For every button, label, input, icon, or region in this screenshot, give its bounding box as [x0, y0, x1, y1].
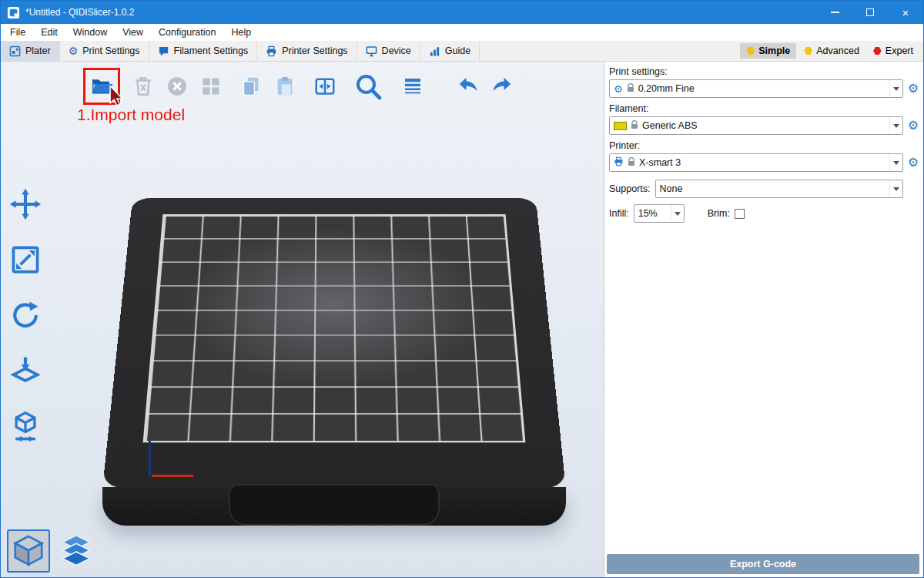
- maximize-icon: [866, 8, 874, 16]
- guide-icon: [429, 45, 440, 57]
- maximize-button[interactable]: [852, 1, 888, 24]
- mode-simple[interactable]: Simple: [740, 43, 796, 59]
- arrange-icon: [199, 75, 223, 98]
- move-button[interactable]: [4, 185, 47, 223]
- window-title: *Untitled - QIDISlicer-1.0.2: [25, 7, 134, 18]
- plater-icon: [9, 45, 21, 57]
- gear-icon: ⚙: [69, 45, 79, 56]
- chevron-down-icon: [889, 80, 902, 97]
- lock-icon: [627, 83, 634, 95]
- minimize-button[interactable]: [817, 1, 852, 24]
- delete-icon: [132, 75, 155, 98]
- infill-combo[interactable]: 15%: [634, 204, 685, 223]
- place-on-face-icon: [8, 354, 42, 388]
- mode-label: Expert: [886, 45, 913, 56]
- menu-window[interactable]: Window: [65, 24, 115, 41]
- preview-view-button[interactable]: [55, 529, 98, 573]
- supports-value: None: [660, 183, 683, 194]
- search-button[interactable]: [350, 69, 386, 103]
- edit-printer-button[interactable]: ⚙: [906, 156, 920, 169]
- tab-guide[interactable]: Guide: [420, 41, 480, 61]
- printer-label: Printer:: [609, 140, 920, 151]
- export-gcode-button[interactable]: Export G-code: [607, 554, 919, 574]
- mode-expert[interactable]: Expert: [867, 43, 919, 59]
- scale-icon: [8, 243, 42, 277]
- 3d-editor-view-button[interactable]: [7, 529, 50, 573]
- chevron-down-icon: [889, 117, 902, 134]
- chevron-down-icon: [889, 154, 902, 171]
- tab-label: Plater: [25, 45, 51, 56]
- tab-filament-settings[interactable]: Filament Settings: [149, 41, 258, 61]
- supports-combo[interactable]: None: [655, 180, 903, 198]
- redo-icon: [490, 75, 514, 98]
- move-icon: [8, 187, 42, 221]
- brim-checkbox[interactable]: [735, 209, 745, 219]
- delete-button[interactable]: [129, 72, 158, 101]
- printer-value: X-smart 3: [639, 157, 681, 168]
- layers-icon: [401, 75, 424, 98]
- device-icon: [366, 45, 377, 57]
- menu-configuration[interactable]: Configuration: [151, 24, 223, 41]
- split-to-objects-button[interactable]: [310, 72, 340, 101]
- menubar: File Edit Window View Configuration Help: [1, 24, 923, 41]
- infill-label: Infill:: [609, 208, 629, 219]
- variable-layer-height-button[interactable]: [398, 72, 427, 101]
- delete-all-button[interactable]: [162, 72, 192, 101]
- mode-label: Advanced: [816, 45, 859, 56]
- minimize-icon: [831, 12, 839, 13]
- filament-combo[interactable]: Generic ABS: [609, 116, 903, 135]
- infill-value: 15%: [638, 208, 658, 219]
- redo-button[interactable]: [487, 72, 517, 101]
- print-settings-label: Print settings:: [609, 66, 920, 77]
- bed-grid: [143, 214, 526, 442]
- measure-button[interactable]: [4, 407, 47, 445]
- import-model-button[interactable]: [87, 72, 116, 101]
- plater-toolbar: [87, 69, 521, 103]
- advanced-mode-icon: [804, 47, 812, 55]
- tab-print-settings[interactable]: ⚙ Print Settings: [60, 41, 149, 61]
- supports-label: Supports:: [609, 183, 651, 194]
- mode-advanced[interactable]: Advanced: [798, 43, 865, 59]
- copy-button[interactable]: [236, 72, 266, 101]
- close-button[interactable]: ×: [888, 1, 923, 24]
- tab-device[interactable]: Device: [357, 41, 420, 61]
- menu-file[interactable]: File: [2, 24, 33, 41]
- menu-help[interactable]: Help: [223, 24, 259, 41]
- app-icon: [7, 6, 20, 19]
- edit-filament-button[interactable]: ⚙: [906, 119, 920, 132]
- lock-icon: [631, 120, 638, 132]
- view-switcher: [7, 529, 98, 573]
- print-settings-combo[interactable]: ⚙ 0.20mm Fine: [609, 79, 903, 98]
- printer-icon: [266, 45, 277, 57]
- filament-label: Filament:: [609, 103, 920, 114]
- sliced-layers-icon: [59, 533, 94, 569]
- menu-edit[interactable]: Edit: [33, 24, 65, 41]
- edit-print-settings-button[interactable]: ⚙: [906, 82, 920, 95]
- tab-label: Printer Settings: [282, 45, 347, 56]
- measure-icon: [8, 409, 42, 443]
- tab-label: Guide: [445, 45, 470, 56]
- brim-label: Brim:: [708, 208, 730, 219]
- rotate-button[interactable]: [4, 296, 47, 334]
- menu-view[interactable]: View: [115, 24, 151, 41]
- z-axis-indicator: [149, 441, 151, 476]
- undo-button[interactable]: [454, 72, 483, 101]
- scale-button[interactable]: [4, 240, 47, 279]
- bed-handle-notch: [229, 484, 440, 526]
- tab-printer-settings[interactable]: Printer Settings: [257, 41, 357, 61]
- tabbar: Plater ⚙ Print Settings Filament Setting…: [1, 41, 923, 62]
- place-on-face-button[interactable]: [4, 351, 47, 390]
- arrange-button[interactable]: [196, 72, 226, 101]
- gear-icon: ⚙: [614, 84, 623, 94]
- 3d-viewport-canvas[interactable]: 1.Import model: [1, 62, 604, 577]
- split-icon: [313, 75, 336, 98]
- simple-mode-icon: [746, 47, 755, 55]
- main-area: 1.Import model: [1, 62, 923, 577]
- search-icon: [353, 71, 383, 102]
- mouse-cursor-icon: [105, 85, 128, 108]
- tab-plater[interactable]: Plater: [1, 41, 60, 61]
- paste-button[interactable]: [270, 72, 300, 101]
- printer-icon: [614, 156, 624, 169]
- printer-combo[interactable]: X-smart 3: [609, 153, 903, 172]
- filament-value: Generic ABS: [642, 120, 698, 131]
